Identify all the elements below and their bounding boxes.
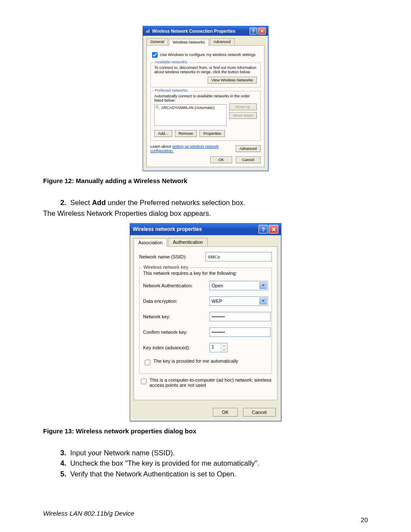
chevron-down-icon <box>262 300 265 302</box>
dialog-title: Wireless Network Connection Properties <box>152 29 235 34</box>
ssid-label: Network name (SSID): <box>139 254 204 259</box>
wireless-network-properties-dialog: Wireless network properties ? ✕ Associat… <box>130 223 281 421</box>
svg-rect-0 <box>146 31 147 33</box>
titlebar[interactable]: Wireless network properties ? ✕ <box>130 224 281 235</box>
adhoc-checkbox[interactable] <box>141 379 146 384</box>
network-key-label: Network key: <box>143 314 208 319</box>
network-auth-select[interactable]: Open <box>209 281 268 290</box>
network-item-label: ARCADYANWLAN (Automatic) <box>161 106 215 110</box>
spinner-up-icon[interactable]: ▲ <box>221 343 227 348</box>
figure-13-caption: Figure 13: Wireless network properties d… <box>43 427 368 435</box>
ssid-input[interactable] <box>206 252 272 261</box>
available-networks-group: Available networks: To connect to, disco… <box>150 62 261 87</box>
tab-advanced[interactable]: Advanced <box>210 38 235 45</box>
confirm-key-input[interactable] <box>209 327 271 337</box>
titlebar[interactable]: Wireless Network Connection Properties ?… <box>143 26 268 36</box>
preferred-networks-group: Preferred networks: Automatically connec… <box>150 91 261 141</box>
step-4: 4. Uncheck the box "The key is provided … <box>60 458 368 469</box>
tab-panel: Network name (SSID): Wireless network ke… <box>134 246 277 400</box>
preferred-networks-list[interactable]: ARCADYANWLAN (Automatic) <box>154 104 227 126</box>
chevron-down-icon <box>262 284 265 286</box>
list-item[interactable]: ARCADYANWLAN (Automatic) <box>156 106 215 124</box>
help-button[interactable]: ? <box>249 28 257 34</box>
properties-button[interactable]: Properties <box>199 130 225 137</box>
step-3: 3. Input your Network name (SSID). <box>60 448 368 458</box>
svg-rect-1 <box>147 30 148 33</box>
data-encryption-label: Data encryption: <box>143 299 208 304</box>
network-key-input[interactable] <box>209 312 271 321</box>
step-5: 5. Verify that the Network Authenticatio… <box>60 469 368 479</box>
connection-properties-dialog: Wireless Network Connection Properties ?… <box>143 26 268 171</box>
learn-about-text: Learn about setting up wireless network … <box>150 144 231 153</box>
use-windows-checkbox-row: Use Windows to configure my wireless net… <box>150 51 261 59</box>
step-2-line2: The Wireless Network Properties dialog b… <box>43 208 368 219</box>
close-button[interactable]: ✕ <box>269 225 278 233</box>
move-down-button[interactable]: Move down <box>229 112 257 119</box>
wireless-icon <box>145 28 150 34</box>
key-legend: Wireless network key <box>142 264 190 270</box>
move-up-button[interactable]: Move up <box>229 103 257 110</box>
data-encryption-select[interactable]: WEP <box>209 296 268 306</box>
preferred-text: Automatically connect to available netwo… <box>154 94 257 103</box>
figure-12-caption: Figure 12: Manually adding a Wireless Ne… <box>43 177 368 184</box>
use-windows-label: Use Windows to configure my wireless net… <box>160 53 256 57</box>
tab-general[interactable]: General <box>146 38 168 45</box>
preferred-legend: Preferred networks: <box>153 88 190 93</box>
add-button[interactable]: Add... <box>154 130 172 137</box>
tab-strip: General Wireless Networks Advanced <box>146 38 265 46</box>
help-button[interactable]: ? <box>258 225 268 233</box>
dialog-title: Wireless network properties <box>133 226 202 232</box>
available-text: To connect to, disconnect from, or find … <box>154 65 257 74</box>
cancel-button[interactable]: Cancel <box>236 156 261 163</box>
adhoc-label: This is a computer-to-computer (ad hoc) … <box>149 377 272 388</box>
network-auth-label: Network Authentication: <box>143 283 208 288</box>
advanced-button[interactable]: Advanced <box>236 145 261 152</box>
use-windows-checkbox[interactable] <box>152 52 158 58</box>
key-text: This network requires a key for the foll… <box>143 271 268 276</box>
tab-panel: Use Windows to configure my wireless net… <box>146 45 265 167</box>
page-number: 20 <box>361 516 368 523</box>
wireless-key-group: Wireless network key This network requir… <box>139 268 272 374</box>
remove-button[interactable]: Remove <box>175 130 197 137</box>
cancel-button[interactable]: Cancel <box>243 408 276 417</box>
key-index-label: Key index (advanced): <box>143 345 208 350</box>
footer-device-name: Wireless LAN 802.11b/g Device <box>43 510 134 517</box>
available-legend: Available networks: <box>153 60 189 64</box>
step-2: 2. Select Add under the Preferred networ… <box>60 197 368 208</box>
tab-authentication[interactable]: Authentication <box>168 238 208 246</box>
key-auto-checkbox[interactable] <box>145 360 150 365</box>
tab-wireless-networks[interactable]: Wireless Networks <box>169 39 209 46</box>
svg-rect-2 <box>149 29 149 33</box>
ok-button[interactable]: OK <box>213 408 238 417</box>
view-wireless-networks-button[interactable]: View Wireless Networks <box>208 77 257 84</box>
tab-strip: Association Authentication <box>134 238 277 247</box>
confirm-key-label: Confirm network key: <box>143 330 208 335</box>
svg-line-4 <box>158 108 160 110</box>
key-index-spinner[interactable]: 1 ▲▼ <box>209 343 227 352</box>
tab-association[interactable]: Association <box>134 238 167 247</box>
ok-button[interactable]: OK <box>210 156 232 163</box>
spinner-down-icon[interactable]: ▼ <box>221 348 227 352</box>
close-button[interactable]: ✕ <box>258 28 266 34</box>
network-key-icon <box>156 106 160 110</box>
key-auto-label: The key is provided for me automatically <box>153 358 238 364</box>
